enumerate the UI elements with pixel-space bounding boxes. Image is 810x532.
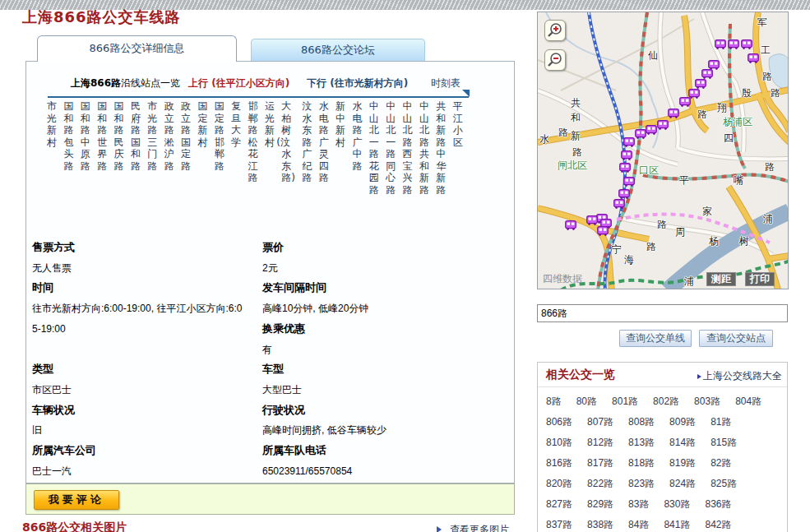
stop-item[interactable]: 政立路国定路 bbox=[181, 100, 191, 196]
stop-item[interactable]: 共和新路中华新路 bbox=[436, 100, 446, 196]
stop-item[interactable]: 新中新村 bbox=[336, 100, 345, 196]
arrow-right-icon bbox=[697, 374, 701, 379]
comment-button[interactable]: 我要评论 bbox=[34, 490, 119, 510]
route-link[interactable]: 802路 bbox=[653, 391, 679, 412]
stop-item[interactable]: 水电路广中路 bbox=[352, 100, 362, 196]
map-zoom-out-button[interactable] bbox=[544, 49, 566, 71]
map-label: 路 bbox=[697, 109, 707, 120]
route-link[interactable]: 813路 bbox=[628, 433, 655, 453]
stop-item[interactable]: 中山北路共和新路 bbox=[419, 100, 429, 196]
route-link[interactable]: 80路 bbox=[576, 391, 597, 412]
stop-item[interactable]: 汶水东路广纪路 bbox=[302, 100, 312, 196]
route-link[interactable]: 837路 bbox=[546, 515, 572, 532]
map-label: 浦 bbox=[763, 214, 773, 224]
route-link[interactable]: 830路 bbox=[664, 494, 690, 515]
all-routes-link[interactable]: 上海公交线路大全 bbox=[697, 369, 782, 383]
tab-detail-info[interactable]: 866路公交详细信息 bbox=[37, 35, 237, 62]
route-link[interactable]: 82路 bbox=[710, 453, 731, 474]
route-link[interactable]: 814路 bbox=[669, 433, 696, 453]
route-link[interactable]: 83路 bbox=[628, 494, 649, 515]
route-link[interactable]: 822路 bbox=[587, 474, 613, 494]
route-link[interactable]: 836路 bbox=[705, 494, 731, 515]
route-link[interactable]: 803路 bbox=[694, 391, 720, 412]
route-link[interactable]: 818路 bbox=[628, 453, 655, 474]
bus-links-row: 8路80路801路802路803路804路 bbox=[546, 390, 785, 410]
detail-value: 市区巴士 bbox=[32, 380, 244, 400]
route-link[interactable]: 810路 bbox=[546, 433, 572, 453]
route-link[interactable]: 816路 bbox=[546, 453, 572, 474]
route-link[interactable]: 804路 bbox=[735, 391, 761, 412]
route-link[interactable]: 807路 bbox=[587, 412, 613, 433]
map[interactable]: 军工路殷路翔路杨浦区四仙共和新路水路闸北区口区平嘴家周路杨树浦路宁海路浦四维数据… bbox=[537, 12, 789, 289]
map-label: 路 bbox=[771, 88, 780, 99]
map-label: 路 bbox=[646, 242, 656, 252]
stop-item[interactable]: 市光路三门路 bbox=[147, 100, 157, 196]
route-link[interactable]: 829路 bbox=[587, 494, 613, 515]
map-label: 共 bbox=[571, 98, 581, 109]
route-link[interactable]: 8路 bbox=[546, 391, 562, 412]
route-link[interactable]: 801路 bbox=[612, 391, 638, 412]
stop-item[interactable]: 中山北一路花园路 bbox=[369, 100, 379, 196]
stop-item[interactable]: 国和路包头路 bbox=[63, 100, 73, 196]
details-left-column: 售票方式无人售票时间往市光新村方向:6:00-19:00, 往平江小区方向:6:… bbox=[32, 238, 244, 481]
stop-item[interactable]: 国和路中原路 bbox=[81, 100, 90, 196]
stop-item[interactable]: 国定新村 bbox=[197, 100, 207, 196]
stop-item[interactable]: 民府路国和路 bbox=[131, 100, 141, 196]
route-link[interactable]: 806路 bbox=[546, 412, 572, 433]
route-link[interactable]: 842路 bbox=[705, 515, 731, 532]
map-label: 殷 bbox=[742, 88, 752, 99]
map-label: 家 bbox=[702, 206, 712, 217]
route-link[interactable]: 815路 bbox=[710, 433, 737, 453]
route-link[interactable]: 819路 bbox=[669, 453, 696, 474]
route-link[interactable]: 838路 bbox=[587, 515, 613, 532]
map-attribution: 四维数据 bbox=[543, 274, 582, 285]
map-label: 口区 bbox=[639, 165, 659, 176]
route-link[interactable]: 824路 bbox=[669, 474, 696, 494]
stop-item[interactable]: 邯郸路松花江路 bbox=[248, 100, 258, 196]
map-label: 工 bbox=[761, 45, 771, 56]
bus-search-input[interactable] bbox=[537, 304, 788, 322]
stop-item[interactable]: 国和路世界路 bbox=[97, 100, 107, 196]
route-link[interactable]: 825路 bbox=[710, 474, 737, 494]
map-label: 路 bbox=[762, 72, 772, 82]
arrow-right-icon bbox=[437, 526, 442, 532]
bus-links-grid: 8路80路801路802路803路804路806路807路808路809路81路… bbox=[546, 390, 785, 532]
direction-up-link[interactable]: 上行 (往平江小区方向) bbox=[188, 76, 289, 90]
route-link[interactable]: 812路 bbox=[587, 433, 613, 453]
stop-item[interactable]: 平江小区 bbox=[453, 100, 463, 196]
stop-item[interactable]: 政立路淞沪路 bbox=[164, 100, 174, 196]
route-link[interactable]: 81路 bbox=[710, 412, 731, 433]
route-link[interactable]: 808路 bbox=[628, 412, 655, 433]
stop-item[interactable]: 市光新村 bbox=[47, 100, 57, 196]
stop-item[interactable]: 国定路邯郸路 bbox=[215, 100, 224, 196]
detail-value: 有 bbox=[262, 340, 509, 360]
stops-row: 市光新村国和路包头路国和路中原路国和路世界路国和路民庆路民府路国和路市光路三门路… bbox=[47, 100, 463, 196]
map-print-button[interactable]: 打印 bbox=[745, 272, 775, 286]
route-link[interactable]: 841路 bbox=[664, 515, 690, 532]
map-label: 宁 bbox=[612, 244, 622, 255]
stop-item[interactable]: 运光新村 bbox=[265, 100, 275, 196]
stop-item[interactable]: 国和路民庆路 bbox=[114, 100, 124, 196]
tab-forum[interactable]: 866路公交论坛 bbox=[251, 39, 425, 62]
route-link[interactable]: 823路 bbox=[628, 474, 655, 494]
route-link[interactable]: 817路 bbox=[587, 453, 613, 474]
stop-item[interactable]: 大柏树(汶水东路) bbox=[281, 100, 295, 196]
query-bus-stop-button[interactable]: 查询公交站点 bbox=[699, 330, 773, 347]
direction-down-link[interactable]: 下行 (往市光新村方向) bbox=[307, 76, 408, 90]
route-link[interactable]: 820路 bbox=[546, 474, 572, 494]
stop-item[interactable]: 中山北路西宝兴路 bbox=[403, 100, 413, 196]
stop-item[interactable]: 水电路广灵四路 bbox=[319, 100, 329, 196]
map-label: 杨浦区 bbox=[723, 117, 752, 127]
query-bus-line-button[interactable]: 查询公交单线 bbox=[619, 330, 692, 347]
route-link[interactable]: 84路 bbox=[628, 515, 649, 532]
more-images-link[interactable]: 查看更多图片 bbox=[437, 523, 509, 532]
detail-label: 类型 bbox=[32, 359, 244, 380]
map-measure-button[interactable]: 测距 bbox=[706, 272, 736, 286]
route-link[interactable]: 827路 bbox=[546, 494, 572, 515]
map-zoom-in-button[interactable] bbox=[544, 20, 566, 41]
route-link[interactable]: 809路 bbox=[669, 412, 696, 433]
zoom-in-icon bbox=[545, 21, 565, 40]
stop-item[interactable]: 中山北一路同心路 bbox=[386, 100, 396, 196]
stop-item[interactable]: 复旦大学 bbox=[231, 100, 241, 196]
timetable-link[interactable]: 时刻表 bbox=[431, 76, 461, 90]
